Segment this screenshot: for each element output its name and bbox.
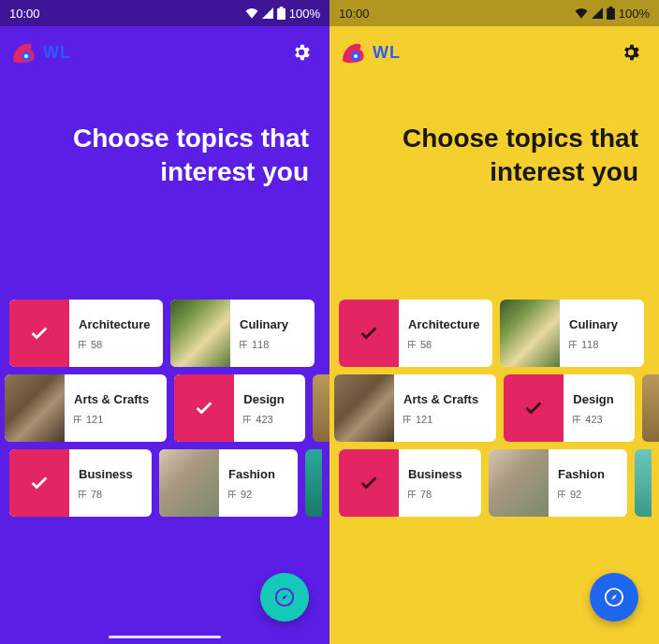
- logo-text: WL: [373, 43, 401, 63]
- topic-chip-fashion[interactable]: Fashion 92: [489, 449, 627, 517]
- topic-thumb: [9, 449, 69, 517]
- topic-chip-culinary[interactable]: Culinary 118: [500, 300, 644, 367]
- topic-row: Business 78 Fashion 92: [339, 449, 659, 517]
- page-title: Choose topics that interest you: [330, 79, 659, 190]
- topic-chip-business[interactable]: Business 78: [339, 449, 481, 517]
- hash-icon: [569, 341, 577, 348]
- logo-text: WL: [43, 43, 71, 63]
- topic-name: Architecture: [408, 317, 483, 331]
- topic-count: 78: [79, 489, 142, 500]
- check-icon: [29, 323, 50, 344]
- status-bar: 10:00 100%: [0, 0, 330, 26]
- topic-chip-fashion[interactable]: Fashion 92: [159, 449, 298, 517]
- topic-thumb: [174, 374, 234, 442]
- topic-thumb: [170, 300, 230, 367]
- settings-button[interactable]: [620, 41, 642, 64]
- svg-point-4: [354, 54, 358, 58]
- topic-name: Business: [79, 467, 142, 481]
- app-header: WL: [330, 26, 659, 79]
- svg-point-1: [24, 54, 28, 58]
- topic-body: Fashion 92: [219, 449, 298, 517]
- screen-yellow: 10:00 100% WL Choose topics that interes…: [330, 0, 659, 644]
- hash-icon: [408, 490, 416, 498]
- topic-row: Architecture 58 Culinary 118: [9, 300, 330, 367]
- topic-chip-edge[interactable]: [635, 449, 652, 517]
- topic-body: Fashion 92: [549, 449, 627, 517]
- topic-body: Business 78: [69, 449, 152, 517]
- topics-grid: Architecture 58 Culinary 118 Arts &: [330, 300, 659, 524]
- topic-chip-business[interactable]: Business 78: [9, 449, 152, 517]
- topic-chip-architecture[interactable]: Architecture 58: [9, 300, 163, 367]
- topic-chip-design[interactable]: Design 423: [174, 374, 305, 442]
- settings-button[interactable]: [290, 41, 313, 64]
- topic-thumb: [5, 374, 65, 442]
- screen-purple: 10:00 100% WL Choose topics that interes…: [0, 0, 330, 644]
- topic-body: Arts & Crafts 121: [394, 374, 496, 442]
- topic-chip-edge[interactable]: [305, 449, 322, 517]
- topic-count: 58: [79, 339, 154, 350]
- topic-body: Business 78: [399, 449, 481, 517]
- explore-fab[interactable]: [590, 573, 638, 622]
- page-title: Choose topics that interest you: [0, 79, 330, 190]
- hash-icon: [573, 416, 580, 423]
- topic-name: Design: [243, 392, 296, 406]
- topic-chip-edge[interactable]: [642, 374, 659, 442]
- check-icon: [359, 473, 379, 493]
- topic-count: 78: [408, 489, 472, 500]
- wifi-icon: [245, 7, 258, 19]
- topic-row: Architecture 58 Culinary 118: [339, 300, 659, 367]
- topic-name: Arts & Crafts: [74, 392, 157, 406]
- check-icon: [29, 473, 50, 493]
- topic-chip-design[interactable]: Design 423: [504, 374, 635, 442]
- signal-icon: [262, 7, 273, 19]
- topic-chip-culinary[interactable]: Culinary 118: [170, 300, 315, 367]
- topic-count: 118: [569, 339, 635, 350]
- hash-icon: [243, 416, 251, 423]
- check-icon: [523, 398, 544, 418]
- topic-name: Fashion: [558, 467, 618, 481]
- topic-chip-arts-crafts[interactable]: Arts & Crafts 121: [334, 374, 496, 442]
- topic-count: 423: [243, 414, 296, 425]
- topic-body: Architecture 58: [399, 300, 492, 367]
- gear-icon: [621, 42, 641, 63]
- topic-thumb: [489, 449, 549, 517]
- gear-icon: [291, 42, 312, 63]
- hash-icon: [228, 490, 236, 498]
- wifi-icon: [575, 7, 588, 19]
- topic-thumb: [339, 300, 399, 367]
- hash-icon: [79, 490, 86, 498]
- logo: WL: [341, 40, 401, 65]
- hash-icon: [403, 416, 411, 423]
- topic-count: 121: [74, 414, 157, 425]
- topic-body: Architecture 58: [69, 300, 163, 367]
- topic-count: 92: [558, 489, 618, 500]
- topic-name: Culinary: [569, 317, 635, 331]
- hash-icon: [558, 490, 565, 498]
- topic-body: Culinary 118: [560, 300, 644, 367]
- hash-icon: [79, 341, 86, 348]
- status-battery: 100%: [289, 7, 320, 21]
- topic-chip-arts-crafts[interactable]: Arts & Crafts 121: [5, 374, 167, 442]
- explore-fab[interactable]: [260, 573, 309, 622]
- explore-icon: [604, 587, 624, 607]
- check-icon: [359, 323, 379, 344]
- logo-mark-icon: [11, 40, 39, 65]
- topic-name: Culinary: [240, 317, 305, 331]
- topic-body: Culinary 118: [230, 300, 315, 367]
- topics-grid: Architecture 58 Culinary 118 Arts &: [0, 300, 330, 524]
- topic-count: 58: [408, 339, 483, 350]
- topic-thumb: [504, 374, 564, 442]
- topic-chip-architecture[interactable]: Architecture 58: [339, 300, 492, 367]
- topic-name: Architecture: [79, 317, 154, 331]
- topic-name: Design: [573, 392, 625, 406]
- battery-icon: [277, 7, 286, 20]
- topic-thumb: [9, 300, 69, 367]
- logo: WL: [11, 40, 71, 65]
- topic-chip-edge[interactable]: [313, 374, 330, 442]
- topic-row: Business 78 Fashion 92: [9, 449, 330, 517]
- topic-name: Arts & Crafts: [403, 392, 487, 406]
- topic-name: Business: [408, 467, 472, 481]
- topic-thumb: [500, 300, 560, 367]
- topic-row: Arts & Crafts 121 Design 423: [5, 374, 330, 442]
- topic-thumb: [334, 374, 394, 442]
